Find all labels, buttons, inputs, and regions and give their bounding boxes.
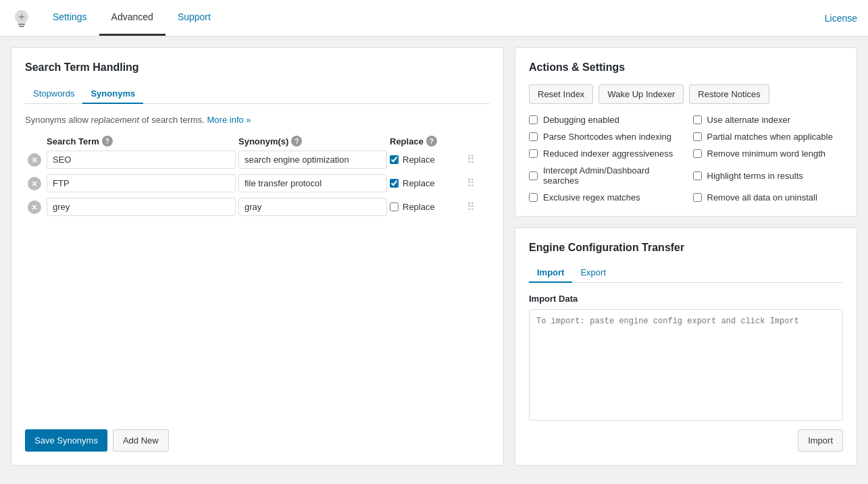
col-search-term: Search Term ? bbox=[47, 136, 236, 146]
main-content: Search Term Handling Stopwords Synonyms … bbox=[0, 36, 868, 477]
import-data-label: Import Data bbox=[529, 294, 843, 304]
replace-label-1: Replace bbox=[403, 155, 435, 165]
tab-settings[interactable]: Settings bbox=[41, 0, 99, 36]
debug-checkbox[interactable] bbox=[529, 115, 538, 124]
table-header: Search Term ? Synonym(s) ? Replace ? bbox=[25, 136, 490, 146]
remove-min-word-checkbox[interactable] bbox=[693, 149, 702, 158]
info-text: Synonyms allow replacement of search ter… bbox=[25, 115, 490, 125]
checkbox-grid: Debugging enabled Use alternate indexer … bbox=[529, 115, 843, 203]
synonym-input-1[interactable] bbox=[238, 151, 387, 169]
import-textarea[interactable] bbox=[529, 309, 843, 421]
svg-rect-1 bbox=[19, 26, 24, 27]
remove-min-word-label: Remove minimum word length bbox=[707, 149, 826, 159]
search-term-input-2[interactable] bbox=[47, 174, 236, 192]
top-nav: Settings Advanced Support License bbox=[0, 0, 868, 36]
checkbox-item-alt-indexer: Use alternate indexer bbox=[693, 115, 844, 125]
remove-row-3-button[interactable]: × bbox=[28, 200, 41, 214]
wake-up-indexer-button[interactable]: Wake Up Indexer bbox=[598, 84, 684, 104]
checkbox-item-debug: Debugging enabled bbox=[529, 115, 680, 125]
debug-label: Debugging enabled bbox=[543, 115, 619, 125]
alt-indexer-label: Use alternate indexer bbox=[707, 115, 791, 125]
replace-help-icon: ? bbox=[426, 136, 437, 146]
parse-shortcodes-checkbox[interactable] bbox=[529, 132, 538, 141]
replace-cell-1: Replace bbox=[390, 155, 464, 165]
replace-checkbox-2[interactable] bbox=[390, 179, 399, 188]
main-nav: Settings Advanced Support bbox=[41, 0, 223, 36]
remove-row-1-button[interactable]: × bbox=[28, 153, 41, 167]
config-footer: Import bbox=[529, 429, 843, 452]
reset-index-button[interactable]: Reset Index bbox=[529, 84, 593, 104]
subtab-synonyms[interactable]: Synonyms bbox=[82, 84, 143, 104]
drag-handle-2[interactable]: ⠿ bbox=[467, 177, 487, 190]
parse-shortcodes-label: Parse Shortcodes when indexing bbox=[543, 132, 671, 142]
app-logo bbox=[11, 7, 32, 29]
config-tab-import[interactable]: Import bbox=[529, 263, 572, 283]
remove-all-data-label: Remove all data on uninstall bbox=[707, 192, 817, 203]
config-tab-export[interactable]: Export bbox=[572, 263, 614, 283]
replace-label-3: Replace bbox=[403, 202, 435, 212]
tab-advanced[interactable]: Advanced bbox=[99, 0, 165, 36]
left-panel: Search Term Handling Stopwords Synonyms … bbox=[11, 47, 504, 466]
exclusive-regex-label: Exclusive regex matches bbox=[543, 192, 640, 203]
checkbox-item-parse-shortcodes: Parse Shortcodes when indexing bbox=[529, 132, 680, 142]
nav-right: License bbox=[825, 13, 857, 24]
checkbox-item-intercept-admin: Intercept Admin/Dashboard searches bbox=[529, 165, 680, 186]
tab-support[interactable]: Support bbox=[165, 0, 223, 36]
intercept-admin-label: Intercept Admin/Dashboard searches bbox=[543, 165, 680, 186]
drag-handle-1[interactable]: ⠿ bbox=[467, 153, 487, 166]
license-link[interactable]: License bbox=[825, 13, 857, 24]
synonym-input-2[interactable] bbox=[238, 174, 387, 192]
sub-tabs: Stopwords Synonyms bbox=[25, 84, 490, 104]
restore-notices-button[interactable]: Restore Notices bbox=[689, 84, 769, 104]
table-row: × Replace ⠿ bbox=[25, 174, 490, 192]
drag-handle-3[interactable]: ⠿ bbox=[467, 200, 487, 213]
remove-all-data-checkbox[interactable] bbox=[693, 193, 702, 202]
synonyms-help-icon: ? bbox=[291, 136, 302, 146]
intercept-admin-checkbox[interactable] bbox=[529, 171, 538, 180]
actions-settings-box: Actions & Settings Reset Index Wake Up I… bbox=[515, 47, 857, 217]
actions-title: Actions & Settings bbox=[529, 61, 843, 74]
reduced-aggressiveness-label: Reduced indexer aggressiveness bbox=[543, 149, 673, 159]
svg-rect-0 bbox=[18, 24, 25, 25]
right-panel: Actions & Settings Reset Index Wake Up I… bbox=[515, 47, 857, 466]
col-synonyms: Synonym(s) ? bbox=[238, 136, 387, 146]
config-tabs: Import Export bbox=[529, 263, 843, 283]
checkbox-item-reduced: Reduced indexer aggressiveness bbox=[529, 149, 680, 159]
replace-checkbox-1[interactable] bbox=[390, 155, 399, 164]
reduced-aggressiveness-checkbox[interactable] bbox=[529, 149, 538, 158]
highlight-terms-checkbox[interactable] bbox=[693, 171, 702, 180]
action-buttons-group: Reset Index Wake Up Indexer Restore Noti… bbox=[529, 84, 843, 104]
replace-checkbox-3[interactable] bbox=[390, 203, 399, 211]
table-row: × Replace ⠿ bbox=[25, 198, 490, 216]
replace-cell-3: Replace bbox=[390, 202, 464, 212]
alt-indexer-checkbox[interactable] bbox=[693, 115, 702, 124]
search-term-input-3[interactable] bbox=[47, 198, 236, 216]
remove-row-2-button[interactable]: × bbox=[28, 177, 41, 190]
search-term-input-1[interactable] bbox=[47, 151, 236, 169]
col-replace: Replace ? bbox=[390, 136, 464, 146]
search-term-help-icon: ? bbox=[102, 136, 113, 146]
exclusive-regex-checkbox[interactable] bbox=[529, 193, 538, 202]
partial-matches-checkbox[interactable] bbox=[693, 132, 702, 141]
left-panel-title: Search Term Handling bbox=[25, 61, 490, 74]
import-button[interactable]: Import bbox=[798, 429, 843, 452]
highlight-terms-label: Highlight terms in results bbox=[707, 171, 803, 181]
replace-cell-2: Replace bbox=[390, 178, 464, 188]
table-row: × Replace ⠿ bbox=[25, 151, 490, 169]
synonym-input-3[interactable] bbox=[238, 198, 387, 216]
replace-label-2: Replace bbox=[403, 178, 435, 188]
engine-config-title: Engine Configuration Transfer bbox=[529, 242, 843, 254]
subtab-stopwords[interactable]: Stopwords bbox=[25, 84, 82, 104]
checkbox-item-exclusive-regex: Exclusive regex matches bbox=[529, 192, 680, 203]
checkbox-item-remove-all-data: Remove all data on uninstall bbox=[693, 192, 844, 203]
engine-config-box: Engine Configuration Transfer Import Exp… bbox=[515, 227, 857, 466]
checkbox-item-highlight: Highlight terms in results bbox=[693, 165, 844, 186]
checkbox-item-partial-matches: Partial matches when applicable bbox=[693, 132, 844, 142]
partial-matches-label: Partial matches when applicable bbox=[707, 132, 833, 142]
more-info-link[interactable]: More info » bbox=[207, 115, 251, 125]
bottom-buttons: Save Synonyms Add New bbox=[25, 429, 169, 452]
checkbox-item-remove-min-word: Remove minimum word length bbox=[693, 149, 844, 159]
add-new-button[interactable]: Add New bbox=[113, 429, 169, 452]
save-synonyms-button[interactable]: Save Synonyms bbox=[25, 429, 107, 452]
